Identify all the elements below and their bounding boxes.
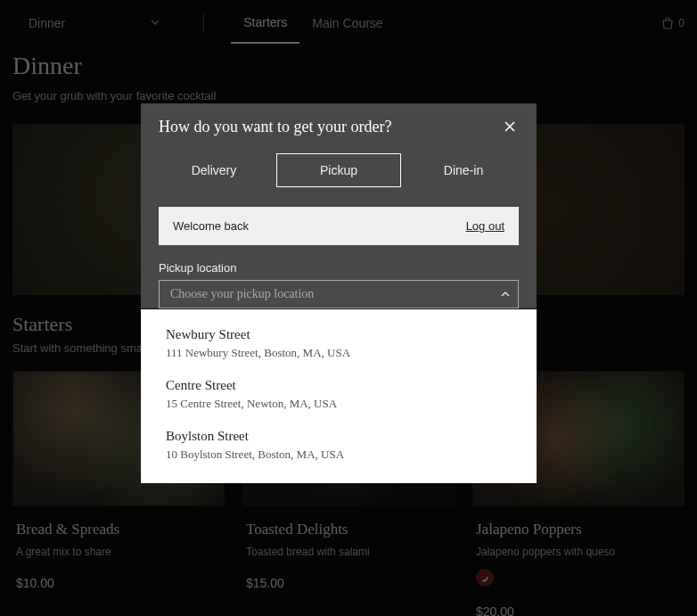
nav-link-starters[interactable]: Starters <box>231 3 299 44</box>
location-address: 10 Boylston Street, Boston, MA, USA <box>166 448 512 462</box>
location-option[interactable]: Newbury Street 111 Newbury Street, Bosto… <box>141 322 537 369</box>
pickup-location-label: Pickup location <box>159 261 519 275</box>
select-placeholder: Choose your pickup location <box>170 287 314 301</box>
product-body: Bread & Spreads A great mix to share $10… <box>12 506 225 594</box>
close-icon <box>503 119 517 134</box>
nav-category-label: Dinner <box>29 16 65 30</box>
product-price: $15.00 <box>246 576 451 590</box>
product-price: $20.00 <box>476 604 681 616</box>
page-header: Dinner Get your grub with your favorite … <box>0 46 697 111</box>
product-body: Jalapeno Poppers Jalapeno poppers with q… <box>472 506 685 616</box>
product-title: Toasted Delights <box>246 521 451 538</box>
pickup-location-dropdown: Newbury Street 111 Newbury Street, Bosto… <box>141 309 537 483</box>
nav-link-maincourse[interactable]: Main Course <box>299 4 395 43</box>
product-title: Jalapeno Poppers <box>476 521 681 538</box>
cart-count: 0 <box>678 17 685 29</box>
tab-delivery[interactable]: Delivery <box>152 153 276 187</box>
pickup-location-select[interactable]: Choose your pickup location Newbury Stre… <box>159 280 519 308</box>
product-desc: Jalapeno poppers with queso <box>476 546 681 558</box>
product-price: $10.00 <box>16 576 221 590</box>
product-desc: Toasted bread with salami <box>246 546 451 558</box>
location-name: Centre Street <box>166 378 512 393</box>
top-nav: Dinner Starters Main Course 0 <box>0 0 697 46</box>
spicy-icon <box>476 569 494 587</box>
location-name: Boylston Street <box>166 429 512 444</box>
welcome-bar: Welcome back Log out <box>159 207 519 245</box>
nav-category-dropdown[interactable]: Dinner <box>12 12 176 34</box>
page-title: Dinner <box>12 52 685 80</box>
welcome-text: Welcome back <box>173 219 249 233</box>
location-name: Newbury Street <box>166 327 512 342</box>
product-body: Toasted Delights Toasted bread with sala… <box>242 506 455 594</box>
modal-header: How do you want to get your order? <box>141 103 537 141</box>
cart-button[interactable]: 0 <box>660 16 685 30</box>
nav-divider <box>203 13 204 33</box>
page-subtitle: Get your grub with your favorite cocktai… <box>12 89 685 103</box>
close-button[interactable] <box>499 116 521 137</box>
chevron-up-icon <box>500 289 511 300</box>
modal-title: How do you want to get your order? <box>159 118 391 136</box>
location-option[interactable]: Boylston Street 10 Boylston Street, Bost… <box>141 420 537 471</box>
product-tags <box>476 569 681 587</box>
product-desc: A great mix to share <box>16 546 221 558</box>
location-address: 15 Centre Street, Newton, MA, USA <box>166 397 512 411</box>
location-option[interactable]: Centre Street 15 Centre Street, Newton, … <box>141 369 537 420</box>
fulfillment-modal: How do you want to get your order? Deliv… <box>141 103 537 308</box>
tab-dinein[interactable]: Dine-in <box>401 153 526 187</box>
chevron-down-icon <box>150 16 160 30</box>
product-title: Bread & Spreads <box>16 521 221 538</box>
location-address: 111 Newbury Street, Boston, MA, USA <box>166 346 512 360</box>
bag-icon <box>660 16 675 30</box>
fulfillment-tabs: Delivery Pickup Dine-in <box>141 141 537 198</box>
tab-pickup[interactable]: Pickup <box>276 153 401 187</box>
logout-link[interactable]: Log out <box>466 219 504 233</box>
